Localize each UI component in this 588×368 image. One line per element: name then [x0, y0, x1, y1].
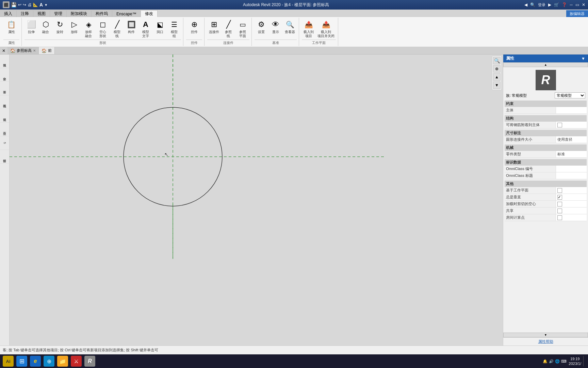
help-button[interactable]: ❓ [562, 2, 567, 7]
tab-ref-height[interactable]: 🏠 参照标高 ✕ [7, 47, 39, 54]
show-desktop[interactable] [583, 356, 585, 366]
quick-access-undo[interactable]: ↩ [18, 2, 21, 7]
start-button[interactable]: Ai [3, 356, 14, 367]
cart-icon[interactable]: 🛒 [554, 2, 559, 7]
close-panel-btn[interactable]: ✕ [0, 47, 7, 55]
controls-tool[interactable]: ⊕ 控件 [187, 18, 201, 35]
checkbox-rebar[interactable] [557, 123, 562, 127]
left-item-5[interactable]: 5 [0, 136, 9, 150]
left-item-elevation[interactable]: 立面 [0, 123, 9, 136]
nav-scroll-up[interactable]: ▲ [493, 73, 501, 81]
taskbar-windows[interactable]: ⊞ [16, 356, 27, 367]
model-group-tool[interactable]: ☰ 模型 组 [167, 18, 181, 39]
section-constraints-header[interactable]: 约束 [505, 101, 587, 107]
nav-scroll-down[interactable]: ▼ [493, 81, 501, 89]
nav-left-icon[interactable]: ◀ [524, 2, 527, 7]
login-button[interactable]: 登录 [538, 2, 545, 7]
rotate-tool[interactable]: ↻ 旋转 [53, 18, 67, 35]
tab-addins[interactable]: 附加模块 [67, 10, 92, 17]
ref-plane-tool[interactable]: ▭ 参照 平面 [236, 18, 249, 39]
quick-access-text[interactable]: A [39, 2, 43, 7]
tab-enscape[interactable]: Enscape™ [112, 10, 141, 17]
tab-front[interactable]: 🏠 前 [39, 47, 55, 54]
family-type-select[interactable]: 常规模型 [555, 92, 585, 98]
opening-tool[interactable]: ⬕ 洞口 [153, 18, 167, 35]
loft-blend-tool[interactable]: ◈ 放样 融合 [82, 18, 95, 39]
load-project-tool[interactable]: 📤 载入到 项目 [302, 18, 315, 39]
checkbox-always-vertical[interactable]: ✓ [557, 195, 562, 200]
taskbar-explorer[interactable]: 📁 [57, 356, 68, 367]
left-item-properties[interactable]: 属性 [0, 55, 9, 68]
nav-zoom-in[interactable]: 🔍 [493, 57, 501, 64]
left-item-view[interactable]: 视图 [0, 95, 9, 109]
section-dimensions-header[interactable]: 尺寸标注 [505, 130, 587, 136]
properties-help-link[interactable]: 属性帮助 [538, 339, 553, 343]
left-item-link[interactable]: 链接 [0, 150, 9, 164]
nav-full-nav[interactable]: ⊕ [493, 65, 501, 73]
taskbar-ie[interactable]: e [30, 356, 41, 367]
section-structure-header[interactable]: 结构 [505, 115, 587, 122]
checkbox-room-calc[interactable] [557, 215, 562, 220]
family-editor-tab[interactable]: 族编辑器 [566, 10, 588, 17]
prop-value-part-type[interactable]: 标准 [556, 151, 587, 157]
tab-components[interactable]: 构件坞 [92, 10, 112, 17]
prop-value-shared[interactable] [556, 208, 587, 214]
section-mechanical-header[interactable]: 机械 [505, 144, 587, 151]
left-item-floor[interactable]: 平面 [0, 82, 9, 95]
taskbar-edge[interactable]: ⊕ [44, 356, 54, 367]
loft-tool[interactable]: ▷ 放样 [67, 18, 81, 35]
tab-manage[interactable]: 管理 [50, 10, 67, 17]
tab-ref-height-close[interactable]: ✕ [33, 49, 36, 52]
minimize-button[interactable]: ─ [570, 2, 573, 7]
hollow-tool[interactable]: ◻ 空心 形状 [96, 18, 110, 39]
quick-access-measure[interactable]: 📐 [33, 2, 38, 7]
tab-modify[interactable]: 修改 [141, 10, 158, 17]
tab-annotate[interactable]: 注释 [17, 10, 33, 17]
prop-value-room-calc[interactable] [556, 214, 587, 221]
quick-access-more[interactable]: ▼ [44, 3, 48, 7]
close-button[interactable]: ✕ [582, 2, 585, 7]
left-item-spec[interactable]: 规范 [0, 109, 9, 123]
checkbox-shared[interactable] [557, 209, 562, 213]
prop-value-circle-size[interactable]: 使用直径 [556, 136, 587, 143]
quick-access-save[interactable]: 💾 [11, 2, 17, 7]
canvas-area[interactable]: ↖ 🔍 ⊕ ▲ ▼ [10, 55, 503, 346]
taskbar-mcafee[interactable]: ⚔ [71, 356, 82, 367]
model-text-tool[interactable]: A 模型 文字 [139, 18, 152, 39]
maximize-button[interactable]: ▭ [575, 2, 579, 7]
load-close-tool[interactable]: 📤 载入到 项目并关闭 [316, 18, 336, 39]
right-panel-scroll-up[interactable]: ▲ [503, 62, 588, 67]
prop-value-workplane[interactable] [556, 187, 587, 194]
checkbox-cut-hollow[interactable] [557, 202, 562, 206]
quick-access-redo[interactable]: ↪ [23, 2, 26, 7]
section-other-header[interactable]: 其他 [505, 181, 587, 187]
rotate-icon: ↻ [54, 19, 65, 30]
section-identity-header[interactable]: 标识数据 [505, 159, 587, 166]
prop-value-omniclass-num[interactable] [556, 166, 587, 172]
blend-tool[interactable]: ⬡ 融合 [39, 18, 52, 35]
viewer-tool[interactable]: 🔍 查看器 [283, 18, 297, 35]
component-tool[interactable]: 🔲 构件 [125, 18, 138, 35]
left-item-all[interactable]: 全部 [0, 68, 9, 82]
prop-value-omniclass-title[interactable] [556, 172, 587, 179]
prop-value-always-vertical[interactable]: ✓ [556, 194, 587, 200]
checkbox-workplane[interactable] [557, 188, 562, 193]
ref-line-tool[interactable]: ╱ 参照 线 [222, 18, 235, 39]
stretch-tool[interactable]: ⬜ 拉伸 [24, 18, 38, 35]
right-panel-scroll-down[interactable]: ▼ [503, 333, 588, 337]
tab-view[interactable]: 视图 [33, 10, 50, 17]
settings-tool[interactable]: ⚙ 设置 [255, 18, 268, 35]
nav-right-icon[interactable]: ▶ [548, 2, 551, 7]
help-icon[interactable]: 🔍 [530, 2, 535, 7]
model-line-tool[interactable]: ╱ 模型 线 [110, 18, 124, 39]
taskbar-revit[interactable]: R [84, 356, 95, 367]
quick-access-print[interactable]: 🖨 [28, 2, 32, 7]
tab-insert[interactable]: 插入 [0, 10, 17, 17]
prop-value-host[interactable] [556, 107, 587, 113]
properties-tool[interactable]: 📋 属性 [5, 18, 18, 35]
display-tool[interactable]: 👁 显示 [269, 18, 282, 35]
prop-value-rebar[interactable] [556, 122, 587, 128]
prop-value-cut-hollow[interactable] [556, 201, 587, 207]
connector-tool[interactable]: ⊞ 连接件 [207, 18, 221, 35]
properties-chevron[interactable]: ▼ [581, 56, 585, 61]
